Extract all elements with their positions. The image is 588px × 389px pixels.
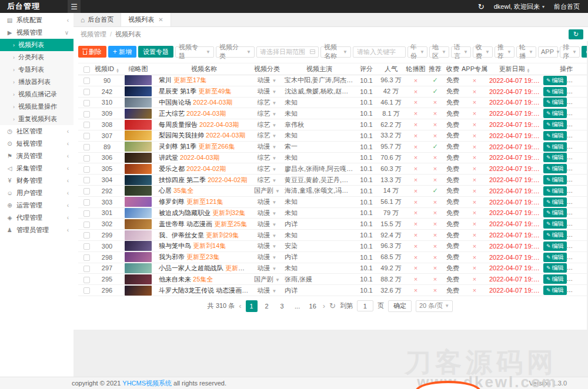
delete-row-button[interactable]: 删除 xyxy=(569,120,587,129)
panel-refresh-button[interactable]: ↻ xyxy=(569,29,583,39)
sort-icon[interactable]: ▲▼ xyxy=(527,68,530,73)
delete-row-button[interactable]: 删除 xyxy=(569,286,587,295)
category-select[interactable]: 综艺 ▼ xyxy=(251,152,283,163)
delete-button[interactable]: 删除 xyxy=(78,46,106,58)
edit-button[interactable]: ✎编辑 xyxy=(543,263,567,273)
edit-button[interactable]: ✎编辑 xyxy=(543,76,567,85)
row-checkbox[interactable] xyxy=(83,155,90,162)
set-topic-button[interactable]: 设置专题 xyxy=(138,46,173,58)
sidebar-item[interactable]: ›分类列表 xyxy=(0,51,74,63)
sidebar-group-2[interactable]: ▶视频管理∨ xyxy=(0,26,74,39)
edit-button[interactable]: ✎编辑 xyxy=(543,242,567,251)
filter-select-收费[interactable]: 收费▼ xyxy=(473,46,493,58)
sidebar-item[interactable]: ›视频列表 xyxy=(0,39,74,51)
search-button[interactable]: 搜索 xyxy=(582,46,587,58)
row-checkbox[interactable] xyxy=(83,166,90,173)
category-select[interactable]: 国产剧 ▼ xyxy=(251,185,283,196)
filter-select-地区[interactable]: 地区▼ xyxy=(429,46,449,58)
row-checkbox[interactable] xyxy=(83,254,90,261)
next-page-button[interactable]: › xyxy=(323,301,325,310)
delete-row-button[interactable]: 删除 xyxy=(569,197,587,207)
keyword-input[interactable] xyxy=(353,46,406,58)
category-select[interactable]: 动漫 ▼ xyxy=(251,251,283,263)
frontend-home-link[interactable]: 前台首页 xyxy=(554,2,580,11)
row-checkbox[interactable] xyxy=(83,122,90,128)
sidebar-group-10[interactable]: ◈代理管理‹ xyxy=(0,212,74,224)
close-icon[interactable]: ✕ xyxy=(158,16,163,23)
delete-row-button[interactable]: 删除 xyxy=(569,242,587,251)
edit-button[interactable]: ✎编辑 xyxy=(543,153,567,162)
page-button-3[interactable]: 3 xyxy=(276,300,288,312)
delete-row-button[interactable]: 删除 xyxy=(569,98,587,107)
delete-row-button[interactable]: 删除 xyxy=(569,87,587,96)
category-select[interactable]: 综艺 ▼ xyxy=(251,97,283,108)
delete-row-button[interactable]: 删除 xyxy=(569,219,587,229)
edit-button[interactable]: ✎编辑 xyxy=(543,219,567,229)
page-button-16[interactable]: 16 xyxy=(307,300,319,312)
category-select[interactable]: 综艺 ▼ xyxy=(251,130,283,141)
sidebar-group-8[interactable]: ☺用户管理‹ xyxy=(0,187,74,199)
row-checkbox[interactable] xyxy=(83,100,90,106)
select-all-checkbox[interactable] xyxy=(83,66,90,73)
row-checkbox[interactable] xyxy=(83,222,90,228)
delete-row-button[interactable]: 删除 xyxy=(569,253,587,262)
filter-select-APP[interactable]: APP▼ xyxy=(538,46,558,58)
filter-select-推荐[interactable]: 推荐▼ xyxy=(495,46,514,58)
refresh-icon[interactable]: ↻ xyxy=(478,2,485,11)
sort-icon[interactable]: ▲▼ xyxy=(116,68,119,73)
row-checkbox[interactable] xyxy=(83,177,90,183)
sidebar-group-1[interactable]: ▤系统配置‹ xyxy=(0,14,74,26)
sidebar-group-9[interactable]: ⊕运营管理‹ xyxy=(0,199,74,212)
row-checkbox[interactable] xyxy=(83,199,90,206)
row-checkbox[interactable] xyxy=(83,277,90,283)
delete-row-button[interactable]: 删除 xyxy=(569,76,587,85)
page-button-2[interactable]: 2 xyxy=(261,300,273,312)
row-checkbox[interactable] xyxy=(83,210,90,217)
edit-button[interactable]: ✎编辑 xyxy=(543,208,567,217)
category-select[interactable]: 综艺 ▼ xyxy=(251,108,283,119)
goto-page-input[interactable] xyxy=(357,300,373,311)
sidebar-group-4[interactable]: ⊙短视管理‹ xyxy=(0,138,74,150)
edit-button[interactable]: ✎编辑 xyxy=(543,109,567,118)
delete-row-button[interactable]: 删除 xyxy=(569,142,587,152)
category-select[interactable]: 综艺 ▼ xyxy=(251,163,283,175)
goto-confirm-button[interactable]: 确定 xyxy=(388,300,412,312)
category-select[interactable]: 动漫 ▼ xyxy=(251,285,283,296)
category-select[interactable]: 动漫 ▼ xyxy=(251,240,283,251)
delete-row-button[interactable]: 删除 xyxy=(569,164,587,173)
filter-select-年份[interactable]: 年份▼ xyxy=(407,46,427,58)
user-menu[interactable]: dkewl, 欢迎回来 ▾ xyxy=(494,2,544,11)
sidebar-item[interactable]: ›播放器列表 xyxy=(0,76,74,88)
delete-row-button[interactable]: 删除 xyxy=(569,186,587,196)
sidebar-group-5[interactable]: ⚑演员管理‹ xyxy=(0,150,74,162)
row-checkbox[interactable] xyxy=(83,111,90,118)
delete-row-button[interactable]: 删除 xyxy=(569,131,587,140)
column-header[interactable]: 更新日期▲▼ xyxy=(487,63,542,75)
filter-select-语言[interactable]: 语言▼ xyxy=(451,46,471,58)
sidebar-item[interactable]: ›专题列表 xyxy=(0,63,74,76)
cms-link[interactable]: YHCMS视频系统 xyxy=(122,380,172,387)
category-select[interactable]: 动漫 ▼ xyxy=(251,207,283,219)
pager-refresh-icon[interactable]: ↻ xyxy=(329,301,336,310)
edit-button[interactable]: ✎编辑 xyxy=(543,274,567,284)
add-button[interactable]: + 新增 xyxy=(108,46,136,58)
filter-select-排序[interactable]: 排序▼ xyxy=(560,46,580,58)
sidebar-group-7[interactable]: ¥财务管理‹ xyxy=(0,175,74,187)
sidebar-item[interactable]: ›视频批量操作 xyxy=(0,100,74,113)
delete-row-button[interactable]: 删除 xyxy=(569,208,587,217)
edit-button[interactable]: ✎编辑 xyxy=(543,87,567,96)
delete-row-button[interactable]: 删除 xyxy=(569,274,587,284)
edit-button[interactable]: ✎编辑 xyxy=(543,253,567,262)
filter-select-轮播[interactable]: 轮播▼ xyxy=(516,46,536,58)
category-select[interactable]: 综艺 ▼ xyxy=(251,175,283,186)
row-checkbox[interactable] xyxy=(83,232,90,239)
edit-button[interactable]: ✎编辑 xyxy=(543,186,567,196)
delete-row-button[interactable]: 删除 xyxy=(569,230,587,240)
delete-row-button[interactable]: 删除 xyxy=(569,263,587,273)
category-select[interactable]: 动漫 ▼ xyxy=(251,75,283,86)
edit-button[interactable]: ✎编辑 xyxy=(543,286,567,295)
edit-button[interactable]: ✎编辑 xyxy=(543,142,567,152)
delete-row-button[interactable]: 删除 xyxy=(569,175,587,185)
sidebar-group-11[interactable]: ♟管理员管理‹ xyxy=(0,224,74,236)
edit-button[interactable]: ✎编辑 xyxy=(543,164,567,173)
